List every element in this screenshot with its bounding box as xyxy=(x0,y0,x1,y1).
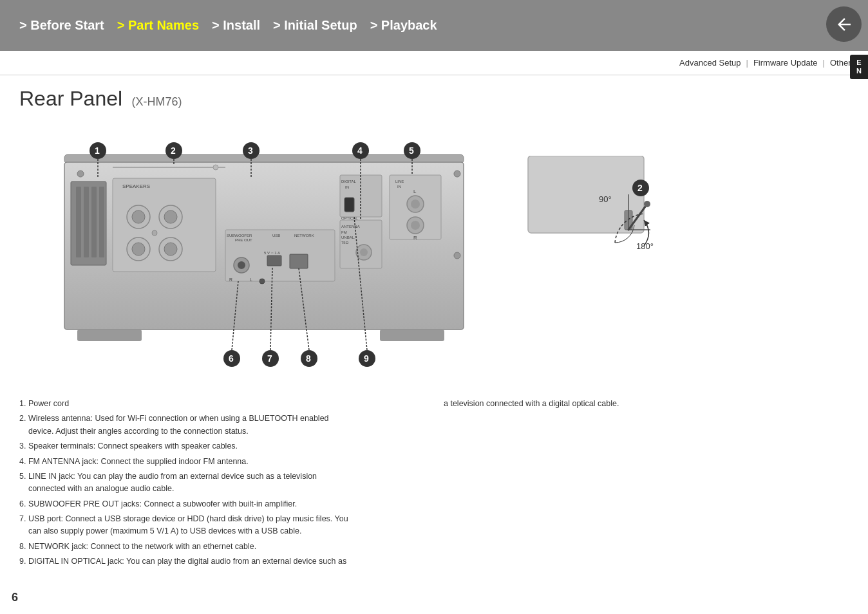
svg-point-55 xyxy=(411,221,420,230)
nav-item-part-names[interactable]: > Part Names xyxy=(111,18,205,33)
sec-nav-separator-2: | xyxy=(823,58,825,68)
svg-text:2: 2 xyxy=(171,145,176,156)
desc-6: 6. SUBWOOFER PRE OUT jacks: Connect a su… xyxy=(19,498,424,510)
back-button[interactable] xyxy=(826,6,862,42)
svg-text:IN: IN xyxy=(397,185,401,189)
svg-text:7: 7 xyxy=(267,353,272,364)
svg-text:PRE OUT: PRE OUT xyxy=(235,238,252,242)
svg-text:FM: FM xyxy=(341,230,347,234)
svg-point-30 xyxy=(259,279,265,284)
device-diagram: SPEAKERS SUBWOOFER PRE OUT USB NETWORK xyxy=(19,117,502,387)
desc-col-right: a television connected with a digital op… xyxy=(444,398,849,571)
svg-rect-8 xyxy=(99,187,104,257)
desc-9-continued: a television connected with a digital op… xyxy=(444,398,849,410)
desc-7: 7. USB port: Connect a USB storage devic… xyxy=(19,513,424,538)
svg-point-42 xyxy=(360,248,368,256)
svg-text:SUBWOOFER: SUBWOOFER xyxy=(227,234,252,237)
svg-text:USB: USB xyxy=(272,234,280,237)
svg-text:NETWORK: NETWORK xyxy=(294,234,314,237)
svg-point-58 xyxy=(213,165,218,170)
svg-text:DIGITAL: DIGITAL xyxy=(341,180,357,183)
secondary-navigation: Advanced Setup | Firmware Update | Other… xyxy=(0,51,868,75)
language-badge: EN xyxy=(850,55,868,79)
svg-text:SPEAKERS: SPEAKERS xyxy=(122,183,150,189)
sec-nav-advanced-setup[interactable]: Advanced Setup xyxy=(679,58,741,68)
svg-rect-33 xyxy=(290,254,308,268)
svg-text:IN: IN xyxy=(345,185,349,189)
svg-rect-46 xyxy=(344,198,354,212)
svg-point-20 xyxy=(152,230,157,236)
svg-text:L: L xyxy=(413,189,417,194)
svg-point-93 xyxy=(644,201,650,207)
svg-rect-7 xyxy=(91,187,97,257)
desc-4: 4. FM ANTENNA jack: Connect the supplied… xyxy=(19,456,424,468)
svg-text:R: R xyxy=(413,235,417,241)
desc-3: 3. Speaker terminals: Connect speakers w… xyxy=(19,440,424,452)
svg-text:180°: 180° xyxy=(636,241,654,251)
svg-point-27 xyxy=(238,261,245,269)
svg-rect-2 xyxy=(77,330,142,341)
page-title: Rear Panel xyxy=(19,87,122,110)
top-navigation: > Before Start > Part Names > Install > … xyxy=(0,0,868,51)
nav-item-install[interactable]: > Install xyxy=(205,18,267,33)
svg-text:9: 9 xyxy=(364,353,369,364)
desc-2: 2. Wireless antenna: Used for Wi-Fi conn… xyxy=(19,413,424,438)
svg-text:L: L xyxy=(250,277,252,282)
descriptions-section: 1. Power cord 2. Wireless antenna: Used … xyxy=(19,398,849,571)
svg-rect-5 xyxy=(76,187,81,257)
svg-point-9 xyxy=(77,171,84,177)
svg-text:90°: 90° xyxy=(599,194,612,204)
svg-text:6: 6 xyxy=(229,353,234,364)
desc-9: 9. DIGITAL IN OPTICAL jack: You can play… xyxy=(19,555,424,568)
desc-col-left: 1. Power cord 2. Wireless antenna: Used … xyxy=(19,398,424,571)
svg-point-19 xyxy=(164,243,177,256)
svg-point-13 xyxy=(132,210,145,223)
sec-nav-firmware-update[interactable]: Firmware Update xyxy=(753,58,818,68)
desc-5: 5. LINE IN jack: You can play the audio … xyxy=(19,470,424,496)
antenna-rotation-diagram: 2 90° 180° xyxy=(515,156,644,284)
svg-text:2: 2 xyxy=(637,183,643,193)
svg-text:8: 8 xyxy=(306,353,311,364)
svg-text:4: 4 xyxy=(357,145,363,156)
nav-item-initial-setup[interactable]: > Initial Setup xyxy=(267,18,364,33)
svg-text:3: 3 xyxy=(248,145,253,156)
sec-nav-separator-1: | xyxy=(746,58,748,68)
svg-text:R: R xyxy=(229,277,232,282)
svg-text:LINE: LINE xyxy=(395,180,404,183)
svg-point-17 xyxy=(132,243,145,256)
svg-text:1: 1 xyxy=(95,145,100,156)
nav-item-playback[interactable]: > Playback xyxy=(364,18,444,33)
svg-rect-3 xyxy=(380,330,444,341)
desc-8: 8. NETWORK jack: Connect to the network … xyxy=(19,541,424,553)
desc-1: 1. Power cord xyxy=(19,398,424,410)
svg-text:5 V ⎓ 1 A: 5 V ⎓ 1 A xyxy=(264,251,280,255)
svg-text:UNBAL.: UNBAL. xyxy=(341,236,355,239)
svg-point-15 xyxy=(164,210,177,223)
svg-rect-6 xyxy=(84,187,89,257)
svg-text:5: 5 xyxy=(409,145,414,156)
svg-text:OPTICAL: OPTICAL xyxy=(341,216,358,220)
page-subtitle: (X-HM76) xyxy=(132,95,182,108)
svg-text:ANTENNA: ANTENNA xyxy=(341,225,360,228)
diagram-area: SPEAKERS SUBWOOFER PRE OUT USB NETWORK xyxy=(19,117,849,387)
svg-point-35 xyxy=(454,252,460,259)
svg-point-52 xyxy=(411,200,420,209)
svg-text:75Ω: 75Ω xyxy=(341,241,349,245)
nav-item-before-start[interactable]: > Before Start xyxy=(13,18,111,33)
svg-rect-31 xyxy=(267,256,281,266)
page-number: 6 xyxy=(12,591,18,604)
svg-point-34 xyxy=(454,171,460,177)
